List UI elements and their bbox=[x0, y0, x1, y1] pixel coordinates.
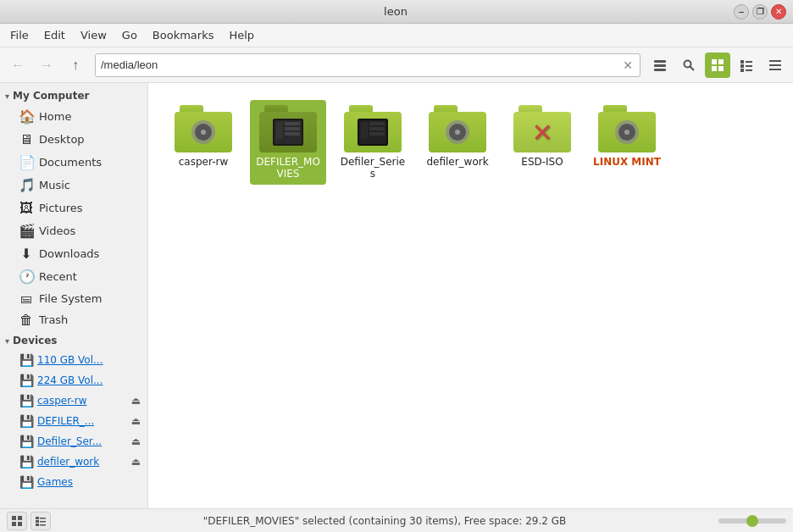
statusbar-zoom bbox=[718, 518, 786, 524]
close-button[interactable]: ✕ bbox=[771, 4, 786, 19]
sidebar: ▾ My Computer 🏠 Home 🖥 Desktop 📄 Documen… bbox=[0, 83, 148, 508]
eject-icon[interactable]: ⏏ bbox=[131, 435, 141, 447]
sidebar-item-documents[interactable]: 📄 Documents bbox=[0, 151, 147, 174]
minimize-button[interactable]: – bbox=[734, 4, 749, 19]
file-label: LINUX MINT bbox=[593, 156, 661, 168]
trash-icon: 🗑 bbox=[19, 312, 34, 328]
zoom-slider[interactable] bbox=[718, 518, 786, 524]
svg-rect-6 bbox=[718, 59, 724, 64]
svg-rect-15 bbox=[769, 60, 781, 62]
sidebar-device-110gb[interactable]: 💾 110 GB Vol... bbox=[0, 350, 147, 370]
svg-rect-10 bbox=[746, 61, 752, 63]
statusbar-icons bbox=[7, 512, 51, 530]
sidebar-device-defiler-movies[interactable]: 💾 DEFILER_... ⏏ bbox=[0, 411, 147, 431]
menu-go[interactable]: Go bbox=[115, 26, 144, 44]
forward-button[interactable]: → bbox=[34, 53, 59, 78]
window-controls: – ❐ ✕ bbox=[734, 4, 786, 19]
sidebar-item-pictures[interactable]: 🖼 Pictures bbox=[0, 197, 147, 219]
back-button[interactable]: ← bbox=[5, 53, 30, 78]
sidebar-device-casper-rw[interactable]: 💾 casper-rw ⏏ bbox=[0, 391, 147, 411]
sidebar-device-defiler-series[interactable]: 💾 Defiler_Ser... ⏏ bbox=[0, 431, 147, 452]
sidebar-item-recent[interactable]: 🕐 Recent bbox=[0, 265, 147, 288]
address-input[interactable]: /media/leon bbox=[101, 58, 621, 71]
sidebar-item-music[interactable]: 🎵 Music bbox=[0, 174, 147, 197]
svg-rect-41 bbox=[12, 522, 16, 526]
file-item-casper-rw[interactable]: casper-rw bbox=[165, 100, 241, 185]
sidebar-item-downloads[interactable]: ⬇ Downloads bbox=[0, 242, 147, 265]
list-view-button[interactable] bbox=[734, 53, 759, 78]
svg-rect-5 bbox=[712, 59, 717, 64]
svg-rect-45 bbox=[36, 520, 39, 523]
eject-icon[interactable]: ⏏ bbox=[131, 456, 141, 468]
sidebar-device-games[interactable]: 💾 Games bbox=[0, 472, 147, 492]
svg-rect-8 bbox=[718, 66, 724, 71]
menu-file[interactable]: File bbox=[3, 26, 36, 44]
svg-rect-12 bbox=[746, 65, 752, 67]
svg-point-20 bbox=[201, 130, 206, 135]
statusbar-icon-list[interactable] bbox=[30, 512, 51, 530]
file-item-linux-mint[interactable]: LINUX MINT bbox=[589, 100, 665, 185]
svg-rect-46 bbox=[40, 521, 46, 523]
file-item-defiler-movies[interactable]: DEFILER_MOVIES bbox=[250, 100, 326, 185]
svg-rect-7 bbox=[712, 66, 717, 71]
file-area: casper-rw DEFILER_MOVIES bbox=[148, 83, 793, 508]
sidebar-item-videos[interactable]: 🎬 Videos bbox=[0, 219, 147, 242]
svg-rect-25 bbox=[285, 127, 300, 130]
sidebar-device-224gb[interactable]: 💾 224 GB Vol... bbox=[0, 370, 147, 391]
sidebar-item-home[interactable]: 🏠 Home bbox=[0, 105, 147, 128]
menu-bookmarks[interactable]: Bookmarks bbox=[146, 26, 221, 44]
file-label: defiler_work bbox=[426, 156, 488, 168]
more-options-button[interactable] bbox=[762, 53, 788, 78]
zoom-handle[interactable] bbox=[746, 515, 758, 527]
sidebar-device-label: Defiler_Ser... bbox=[37, 435, 130, 447]
svg-rect-24 bbox=[285, 122, 300, 125]
folder-icon bbox=[344, 105, 402, 152]
eject-icon[interactable]: ⏏ bbox=[131, 395, 141, 407]
folder-icon bbox=[598, 105, 656, 152]
menu-help[interactable]: Help bbox=[222, 26, 261, 44]
search-button[interactable] bbox=[676, 53, 702, 78]
svg-rect-14 bbox=[746, 69, 752, 71]
drive-icon: 💾 bbox=[19, 435, 34, 448]
my-computer-label: My Computer bbox=[13, 90, 89, 102]
file-item-defiler-work[interactable]: defiler_work bbox=[419, 100, 496, 185]
svg-rect-40 bbox=[18, 516, 22, 520]
statusbar: "DEFILER_MOVIES" selected (containing 30… bbox=[0, 508, 793, 532]
menu-edit[interactable]: Edit bbox=[37, 26, 72, 44]
grid-view-button[interactable] bbox=[705, 53, 730, 78]
pictures-icon: 🖼 bbox=[19, 200, 34, 216]
sidebar-item-label: Downloads bbox=[39, 247, 99, 260]
home-icon: 🏠 bbox=[19, 108, 34, 125]
toolbar-right bbox=[647, 53, 788, 78]
window-title: leon bbox=[58, 5, 734, 18]
statusbar-icon-grid[interactable] bbox=[7, 512, 27, 530]
svg-rect-17 bbox=[769, 69, 781, 70]
svg-rect-31 bbox=[369, 127, 385, 130]
sidebar-item-trash[interactable]: 🗑 Trash bbox=[0, 308, 147, 331]
sidebar-device-defiler-work[interactable]: 💾 defiler_work ⏏ bbox=[0, 452, 147, 472]
file-item-esd-iso[interactable]: ✕ ESD-ISO bbox=[504, 100, 580, 185]
clear-address-icon[interactable]: ✕ bbox=[621, 57, 635, 74]
eject-icon[interactable]: ⏏ bbox=[131, 415, 141, 427]
sidebar-section-my-computer[interactable]: ▾ My Computer bbox=[0, 86, 147, 105]
menu-view[interactable]: View bbox=[74, 26, 114, 44]
sidebar-section-devices[interactable]: ▾ Devices bbox=[0, 331, 147, 350]
sidebar-device-label: 224 GB Vol... bbox=[37, 374, 141, 386]
up-button[interactable]: ↑ bbox=[63, 53, 88, 78]
location-toggle-button[interactable] bbox=[647, 53, 673, 78]
titlebar: leon – ❐ ✕ bbox=[0, 0, 793, 24]
maximize-button[interactable]: ❐ bbox=[752, 4, 768, 19]
svg-rect-26 bbox=[285, 132, 300, 136]
my-computer-arrow: ▾ bbox=[5, 91, 9, 101]
svg-rect-2 bbox=[654, 69, 666, 71]
sidebar-device-label: casper-rw bbox=[37, 395, 130, 407]
desktop-icon: 🖥 bbox=[19, 131, 34, 147]
sidebar-item-filesystem[interactable]: 🖴 File System bbox=[0, 288, 147, 308]
svg-rect-30 bbox=[369, 122, 385, 125]
svg-rect-13 bbox=[740, 69, 744, 72]
file-item-defiler-series[interactable]: Defiler_Series bbox=[335, 100, 411, 185]
sidebar-item-label: Desktop bbox=[39, 133, 85, 146]
recent-icon: 🕐 bbox=[19, 269, 34, 285]
sidebar-item-desktop[interactable]: 🖥 Desktop bbox=[0, 128, 147, 151]
sidebar-item-label: Videos bbox=[39, 224, 75, 237]
